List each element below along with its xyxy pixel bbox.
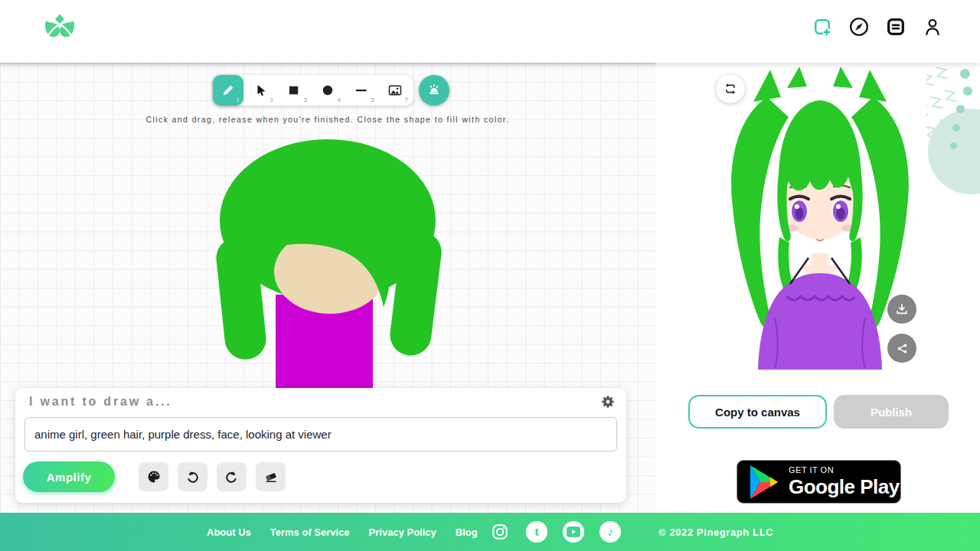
- footer-links: About Us Terms of Service Privacy Policy…: [207, 513, 478, 551]
- anime-girl-illustration: [714, 65, 926, 370]
- footer-copyright: © 2022 Pinegraph LLC: [658, 513, 773, 551]
- top-navbar: [0, 0, 980, 63]
- tool-shortcut: 4: [338, 96, 341, 103]
- download-icon: [894, 302, 910, 317]
- palette-icon: [146, 469, 162, 484]
- youtube-icon[interactable]: [563, 521, 584, 543]
- eraser-icon: [263, 469, 279, 484]
- tool-shortcut: 5: [371, 96, 374, 103]
- dot-decoration: [952, 124, 960, 132]
- dot-decoration: [963, 86, 972, 96]
- share-button[interactable]: [887, 334, 916, 363]
- prompt-panel: I want to draw a... Amplify: [15, 388, 626, 503]
- google-play-badge[interactable]: GET IT ON Google Play: [737, 460, 901, 504]
- result-panel: Copy to canvas Publish GET IT ON Google …: [655, 63, 980, 513]
- tool-shortcut: 2: [270, 96, 273, 103]
- redo-button[interactable]: [217, 462, 247, 491]
- tool-shortcut: 1: [237, 96, 240, 103]
- footer: About Us Terms of Service Privacy Policy…: [0, 513, 980, 551]
- tool-ellipse[interactable]: 4: [311, 75, 345, 106]
- cursor-icon: [253, 83, 268, 98]
- prompt-label: I want to draw a...: [29, 395, 172, 409]
- gplay-store-name: Google Play: [789, 475, 900, 499]
- profile-icon[interactable]: [922, 16, 943, 37]
- copy-to-canvas-button[interactable]: Copy to canvas: [688, 395, 827, 429]
- footer-link-terms[interactable]: Terms of Service: [270, 527, 350, 538]
- tool-shortcut: 3: [304, 96, 307, 103]
- prompt-input[interactable]: [24, 417, 617, 452]
- tool-line[interactable]: 5: [345, 75, 378, 106]
- dot-decoration: [960, 69, 970, 79]
- magic-lamp-button[interactable]: [419, 75, 449, 106]
- line-icon: [354, 83, 369, 98]
- dot-decoration: [950, 142, 957, 149]
- square-icon: [287, 83, 301, 97]
- tool-pencil[interactable]: 1: [213, 75, 243, 106]
- tumblr-icon[interactable]: t: [526, 521, 547, 543]
- explore-compass-icon[interactable]: [848, 16, 870, 37]
- new-canvas-icon[interactable]: [812, 16, 833, 37]
- pencil-icon: [220, 83, 236, 98]
- undo-icon: [185, 470, 200, 484]
- dot-decoration: [956, 105, 965, 113]
- instagram-icon[interactable]: [489, 521, 511, 543]
- redo-icon: [224, 470, 239, 484]
- regenerate-button[interactable]: [716, 74, 745, 103]
- image-icon: [387, 83, 403, 98]
- gplay-tagline: GET IT ON: [789, 465, 900, 474]
- footer-link-blog[interactable]: Blog: [456, 527, 478, 538]
- repeat-icon: [723, 81, 738, 96]
- tool-select[interactable]: 2: [243, 75, 277, 106]
- palette-button[interactable]: [139, 462, 168, 491]
- settings-gear-icon[interactable]: [600, 394, 616, 409]
- canvas-hint-text: Click and drag, release when you're fini…: [0, 115, 655, 124]
- circle-icon: [321, 83, 335, 97]
- lamp-icon: [426, 82, 443, 99]
- tiktok-icon[interactable]: ♪: [599, 521, 621, 543]
- publish-button[interactable]: Publish: [834, 395, 949, 429]
- pinegraph-logo-icon[interactable]: [43, 11, 77, 42]
- feed-icon[interactable]: [885, 16, 906, 37]
- tool-image[interactable]: 7: [378, 75, 412, 106]
- undo-button[interactable]: [178, 462, 207, 491]
- footer-link-privacy[interactable]: Privacy Policy: [369, 527, 436, 538]
- google-play-text: GET IT ON Google Play: [789, 465, 900, 499]
- footer-link-about[interactable]: About Us: [207, 527, 251, 538]
- tool-toolbar: 1 2 3 4 5: [213, 75, 413, 106]
- eraser-button[interactable]: [256, 462, 286, 491]
- tool-shortcut: 7: [405, 96, 408, 103]
- google-play-icon: [750, 465, 779, 499]
- download-button[interactable]: [887, 295, 916, 324]
- tool-rectangle[interactable]: 3: [277, 75, 311, 106]
- user-drawing: [199, 130, 444, 394]
- amplify-button[interactable]: Amplify: [23, 461, 115, 492]
- generated-image[interactable]: [714, 65, 926, 370]
- footer-social: t ♪: [489, 521, 621, 543]
- share-icon: [895, 341, 910, 356]
